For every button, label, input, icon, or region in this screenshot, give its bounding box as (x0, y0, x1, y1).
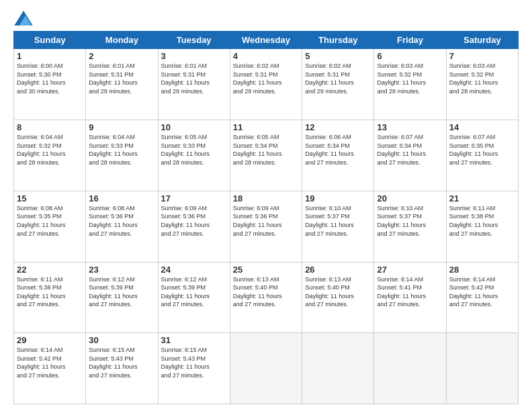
day-info: Sunrise: 6:08 AM Sunset: 5:35 PM Dayligh… (17, 204, 83, 238)
header (13, 11, 519, 26)
calendar-page: SundayMondayTuesdayWednesdayThursdayFrid… (0, 0, 532, 411)
day-info: Sunrise: 6:02 AM Sunset: 5:31 PM Dayligh… (305, 62, 371, 95)
day-info: Sunrise: 6:12 AM Sunset: 5:39 PM Dayligh… (161, 275, 227, 309)
calendar-header-friday: Friday (374, 32, 446, 49)
day-info: Sunrise: 6:14 AM Sunset: 5:41 PM Dayligh… (377, 275, 443, 309)
day-number: 18 (233, 193, 299, 203)
calendar-cell: 26Sunrise: 6:13 AM Sunset: 5:40 PM Dayli… (302, 262, 374, 333)
calendar-cell: 24Sunrise: 6:12 AM Sunset: 5:39 PM Dayli… (158, 262, 230, 333)
day-info: Sunrise: 6:09 AM Sunset: 5:36 PM Dayligh… (161, 204, 227, 238)
calendar-cell (446, 333, 518, 404)
day-number: 8 (17, 122, 83, 132)
day-info: Sunrise: 6:07 AM Sunset: 5:34 PM Dayligh… (377, 133, 443, 167)
day-number: 26 (305, 265, 371, 275)
day-number: 15 (17, 193, 83, 203)
calendar-cell: 13Sunrise: 6:07 AM Sunset: 5:34 PM Dayli… (374, 120, 446, 191)
day-number: 22 (17, 265, 83, 275)
calendar-cell (374, 333, 446, 404)
calendar-cell: 8Sunrise: 6:04 AM Sunset: 5:32 PM Daylig… (14, 120, 86, 191)
logo-general (13, 11, 33, 26)
calendar-cell: 3Sunrise: 6:01 AM Sunset: 5:31 PM Daylig… (158, 49, 230, 120)
calendar-cell: 11Sunrise: 6:05 AM Sunset: 5:34 PM Dayli… (230, 120, 302, 191)
day-info: Sunrise: 6:06 AM Sunset: 5:34 PM Dayligh… (305, 133, 371, 167)
day-number: 19 (305, 193, 371, 203)
day-number: 28 (449, 265, 515, 275)
day-info: Sunrise: 6:13 AM Sunset: 5:40 PM Dayligh… (233, 275, 299, 309)
calendar-week-3: 15Sunrise: 6:08 AM Sunset: 5:35 PM Dayli… (14, 191, 519, 262)
day-info: Sunrise: 6:04 AM Sunset: 5:32 PM Dayligh… (17, 133, 83, 167)
day-number: 21 (449, 193, 515, 203)
day-info: Sunrise: 6:14 AM Sunset: 5:42 PM Dayligh… (449, 275, 515, 309)
calendar-cell: 31Sunrise: 6:15 AM Sunset: 5:43 PM Dayli… (158, 333, 230, 404)
calendar-cell: 15Sunrise: 6:08 AM Sunset: 5:35 PM Dayli… (14, 191, 86, 262)
calendar-cell: 27Sunrise: 6:14 AM Sunset: 5:41 PM Dayli… (374, 262, 446, 333)
calendar-cell: 4Sunrise: 6:02 AM Sunset: 5:31 PM Daylig… (230, 49, 302, 120)
day-info: Sunrise: 6:03 AM Sunset: 5:32 PM Dayligh… (449, 62, 515, 95)
day-number: 30 (89, 335, 154, 345)
calendar-header-sunday: Sunday (14, 32, 86, 49)
calendar-cell: 16Sunrise: 6:08 AM Sunset: 5:36 PM Dayli… (86, 191, 158, 262)
calendar-cell: 7Sunrise: 6:03 AM Sunset: 5:32 PM Daylig… (446, 49, 518, 120)
calendar-week-4: 22Sunrise: 6:11 AM Sunset: 5:38 PM Dayli… (14, 262, 519, 333)
day-number: 13 (377, 122, 443, 132)
calendar-cell: 23Sunrise: 6:12 AM Sunset: 5:39 PM Dayli… (86, 262, 158, 333)
calendar-cell: 6Sunrise: 6:03 AM Sunset: 5:32 PM Daylig… (374, 49, 446, 120)
day-info: Sunrise: 6:14 AM Sunset: 5:42 PM Dayligh… (17, 346, 83, 379)
day-number: 24 (161, 265, 227, 275)
calendar-cell: 17Sunrise: 6:09 AM Sunset: 5:36 PM Dayli… (158, 191, 230, 262)
day-info: Sunrise: 6:12 AM Sunset: 5:39 PM Dayligh… (89, 275, 154, 309)
day-number: 9 (89, 122, 154, 132)
logo (13, 11, 33, 26)
calendar-table: SundayMondayTuesdayWednesdayThursdayFrid… (13, 31, 519, 404)
day-number: 16 (89, 193, 154, 203)
day-number: 10 (161, 122, 227, 132)
day-number: 5 (305, 51, 371, 61)
calendar-cell: 14Sunrise: 6:07 AM Sunset: 5:35 PM Dayli… (446, 120, 518, 191)
day-info: Sunrise: 6:10 AM Sunset: 5:37 PM Dayligh… (305, 204, 371, 238)
day-info: Sunrise: 6:07 AM Sunset: 5:35 PM Dayligh… (449, 133, 515, 167)
calendar-cell: 2Sunrise: 6:01 AM Sunset: 5:31 PM Daylig… (86, 49, 158, 120)
calendar-week-2: 8Sunrise: 6:04 AM Sunset: 5:32 PM Daylig… (14, 120, 519, 191)
day-number: 6 (377, 51, 443, 61)
calendar-header-saturday: Saturday (446, 32, 518, 49)
day-info: Sunrise: 6:15 AM Sunset: 5:43 PM Dayligh… (161, 346, 227, 379)
day-info: Sunrise: 6:03 AM Sunset: 5:32 PM Dayligh… (377, 62, 443, 95)
calendar-cell (230, 333, 302, 404)
calendar-cell: 10Sunrise: 6:05 AM Sunset: 5:33 PM Dayli… (158, 120, 230, 191)
day-number: 12 (305, 122, 371, 132)
calendar-cell: 22Sunrise: 6:11 AM Sunset: 5:38 PM Dayli… (14, 262, 86, 333)
day-info: Sunrise: 6:10 AM Sunset: 5:37 PM Dayligh… (377, 204, 443, 238)
day-number: 17 (161, 193, 227, 203)
day-number: 27 (377, 265, 443, 275)
day-info: Sunrise: 6:11 AM Sunset: 5:38 PM Dayligh… (449, 204, 515, 238)
calendar-week-5: 29Sunrise: 6:14 AM Sunset: 5:42 PM Dayli… (14, 333, 519, 404)
day-info: Sunrise: 6:05 AM Sunset: 5:34 PM Dayligh… (233, 133, 299, 167)
day-number: 25 (233, 265, 299, 275)
calendar-cell: 19Sunrise: 6:10 AM Sunset: 5:37 PM Dayli… (302, 191, 374, 262)
day-number: 29 (17, 335, 83, 345)
calendar-cell: 29Sunrise: 6:14 AM Sunset: 5:42 PM Dayli… (14, 333, 86, 404)
day-info: Sunrise: 6:08 AM Sunset: 5:36 PM Dayligh… (89, 204, 154, 238)
calendar-cell: 28Sunrise: 6:14 AM Sunset: 5:42 PM Dayli… (446, 262, 518, 333)
calendar-week-1: 1Sunrise: 6:00 AM Sunset: 5:30 PM Daylig… (14, 49, 519, 120)
calendar-cell: 18Sunrise: 6:09 AM Sunset: 5:36 PM Dayli… (230, 191, 302, 262)
day-info: Sunrise: 6:01 AM Sunset: 5:31 PM Dayligh… (89, 62, 154, 95)
day-number: 23 (89, 265, 154, 275)
day-number: 14 (449, 122, 515, 132)
calendar-cell: 1Sunrise: 6:00 AM Sunset: 5:30 PM Daylig… (14, 49, 86, 120)
day-number: 11 (233, 122, 299, 132)
calendar-header-row: SundayMondayTuesdayWednesdayThursdayFrid… (14, 32, 519, 49)
day-info: Sunrise: 6:09 AM Sunset: 5:36 PM Dayligh… (233, 204, 299, 238)
calendar-header-tuesday: Tuesday (158, 32, 230, 49)
day-info: Sunrise: 6:04 AM Sunset: 5:33 PM Dayligh… (89, 133, 154, 167)
day-info: Sunrise: 6:01 AM Sunset: 5:31 PM Dayligh… (161, 62, 227, 95)
day-info: Sunrise: 6:00 AM Sunset: 5:30 PM Dayligh… (17, 62, 83, 95)
calendar-cell: 12Sunrise: 6:06 AM Sunset: 5:34 PM Dayli… (302, 120, 374, 191)
calendar-header-wednesday: Wednesday (230, 32, 302, 49)
calendar-cell: 25Sunrise: 6:13 AM Sunset: 5:40 PM Dayli… (230, 262, 302, 333)
day-number: 4 (233, 51, 299, 61)
day-number: 3 (161, 51, 227, 61)
calendar-cell: 21Sunrise: 6:11 AM Sunset: 5:38 PM Dayli… (446, 191, 518, 262)
day-info: Sunrise: 6:02 AM Sunset: 5:31 PM Dayligh… (233, 62, 299, 95)
calendar-header-thursday: Thursday (302, 32, 374, 49)
